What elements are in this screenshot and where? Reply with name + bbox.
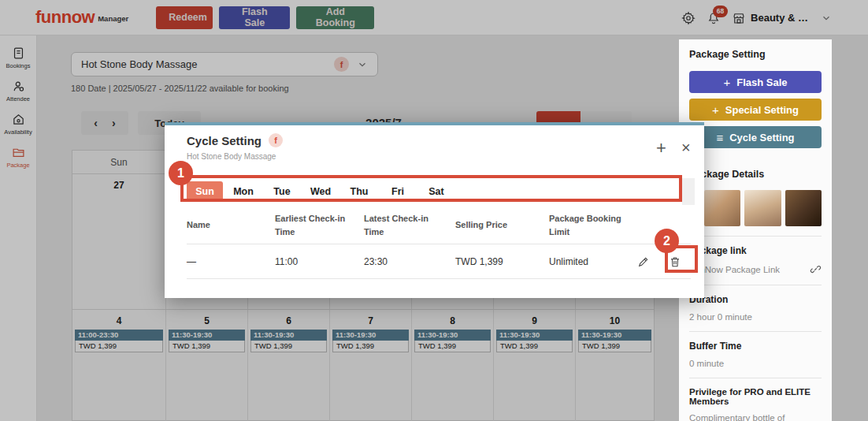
cell-latest: 23:30: [364, 256, 455, 267]
cycle-setting-modal: Cycle Setting f Hot Stone Body Massage +…: [165, 122, 704, 298]
link-icon[interactable]: [810, 263, 822, 275]
panel-button-label: Cycle Setting: [729, 132, 794, 143]
cell-name: —: [187, 256, 275, 267]
package-photo: [744, 190, 781, 226]
cycle-table: Name Earliest Check-in Time Latest Check…: [187, 207, 691, 279]
annotation-rect-day-tabs: [180, 175, 682, 202]
modal-title-row: Cycle Setting f: [187, 133, 283, 147]
buffer-time-label: Buffer Time: [689, 341, 822, 352]
col-header-name: Name: [187, 218, 275, 232]
app-root: funnow Manager Redeem Flash Sale Add Boo…: [0, 0, 868, 421]
panel-flash-sale-button[interactable]: + Flash Sale: [689, 71, 822, 93]
funnow-f-badge: f: [269, 133, 283, 147]
tabbar-background: [682, 178, 695, 205]
annotation-step-1: 1: [169, 161, 193, 185]
panel-special-setting-button[interactable]: + Special Setting: [689, 99, 822, 121]
panel-button-label: Special Setting: [725, 104, 799, 116]
privilege-value: Complimentary bottle of essential oil.: [689, 413, 822, 421]
cell-price: TWD 1,399: [455, 256, 549, 267]
col-header-earliest: Earliest Check-in Time: [275, 212, 364, 238]
package-photo: [785, 190, 822, 226]
panel-title: Package Setting: [689, 49, 822, 60]
package-details-title: Package Details: [689, 169, 822, 180]
col-header-latest: Latest Check-in Time: [364, 212, 455, 238]
edit-pencil-icon[interactable]: [637, 255, 650, 268]
cell-earliest: 11:00: [275, 256, 364, 267]
divider: [689, 236, 822, 237]
duration-value: 2 hour 0 minute: [689, 312, 822, 322]
modal-title: Cycle Setting: [187, 134, 262, 147]
divider: [689, 378, 822, 378]
add-cycle-button[interactable]: +: [656, 140, 666, 157]
close-icon[interactable]: ×: [681, 140, 691, 155]
panel-button-label: Flash Sale: [736, 76, 787, 88]
divider: [689, 331, 822, 332]
package-photos: [704, 190, 822, 226]
col-header-limit: Package Booking Limit: [549, 212, 636, 238]
package-photo: [704, 190, 740, 226]
buffer-time-value: 0 minute: [689, 359, 822, 368]
duration-label: Duration: [689, 294, 822, 305]
modal-subtitle: Hot Stone Body Massage: [187, 152, 276, 161]
menu-icon: ≡: [716, 131, 723, 144]
annotation-step-2: 2: [655, 229, 679, 253]
col-header-price: Selling Price: [455, 218, 549, 232]
package-link-title: Package link: [689, 245, 822, 256]
divider: [689, 285, 822, 285]
panel-cycle-setting-button[interactable]: ≡ Cycle Setting: [689, 126, 822, 148]
table-row: — 11:00 23:30 TWD 1,399 Unlimited: [187, 244, 691, 279]
cell-limit: Unlimited: [549, 256, 636, 267]
modal-backdrop[interactable]: [679, 0, 868, 39]
plus-icon: +: [712, 103, 719, 117]
privilege-label: Privilege for PRO and ELITE Members: [689, 387, 822, 406]
table-header-row: Name Earliest Check-in Time Latest Check…: [187, 207, 691, 244]
plus-icon: +: [723, 76, 730, 89]
modal-backdrop[interactable]: [832, 39, 868, 421]
package-link-row: FunNow Package Link: [689, 263, 822, 275]
